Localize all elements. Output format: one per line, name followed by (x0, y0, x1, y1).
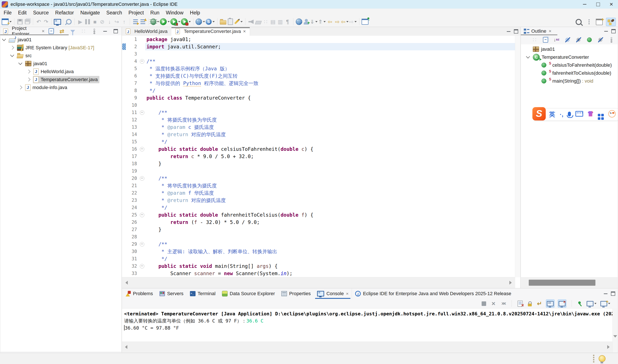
annotation-ruler[interactable] (122, 241, 126, 248)
fold-column[interactable]: − (139, 147, 145, 151)
minimize-icon[interactable] (101, 27, 109, 36)
code-line-33[interactable]: 33 Scanner scanner = new Scanner(System.… (122, 270, 515, 277)
code-line-30[interactable]: 30 * 主逻辑: 读取输入、解析、判断单位、转换并输出 (122, 248, 515, 255)
close-icon[interactable]: × (346, 291, 348, 296)
notification-bulb-icon[interactable] (599, 355, 605, 362)
back-icon[interactable]: ⇦ (341, 17, 349, 26)
chevron-down-icon[interactable] (18, 61, 22, 65)
annotation-ruler[interactable] (122, 204, 126, 211)
line-number[interactable]: 33 (126, 271, 139, 276)
dropdown-caret-icon[interactable] (157, 21, 159, 22)
annotation-ruler[interactable] (122, 153, 126, 160)
line-number[interactable]: 17 (126, 154, 139, 159)
code-line-3[interactable]: 3 (122, 50, 515, 58)
menu-navigate[interactable]: Navigate (77, 10, 103, 16)
scroll-right-arrow-icon[interactable] (607, 345, 610, 349)
faded-dots-icon[interactable] (80, 27, 87, 36)
external-run-icon[interactable] (303, 17, 310, 26)
pin-console-icon[interactable] (577, 300, 583, 307)
show-stdout-icon[interactable] (546, 299, 554, 308)
close-icon[interactable]: × (243, 29, 246, 34)
code-line-26[interactable]: 26 return (f - 32.0) * 5.0 / 9.0; (122, 219, 515, 226)
tree-item-src[interactable]: src (0, 52, 121, 60)
step-return-icon[interactable]: ↑ (120, 17, 128, 26)
line-number[interactable]: 11 (126, 110, 139, 115)
code-line-8[interactable]: 8 */ (122, 87, 515, 94)
launch-history-icon[interactable] (132, 17, 139, 26)
browser-icon[interactable] (295, 17, 303, 26)
annotation-ruler[interactable] (122, 255, 126, 262)
line-number[interactable]: 3 (126, 52, 139, 57)
line-number[interactable]: 10 (126, 103, 139, 108)
display-console-icon[interactable] (587, 300, 597, 307)
clipboard-icon[interactable] (227, 17, 234, 26)
annotation-ruler[interactable] (122, 87, 126, 94)
line-number[interactable]: 5 (126, 66, 139, 71)
line-number[interactable]: 4 (126, 59, 139, 64)
editor-tab-temperatureconverter.java[interactable]: TemperatureConverter.java× (171, 27, 250, 36)
editor-tab-helloworld.java[interactable]: HelloWorld.java (122, 27, 171, 36)
annotation-ruler[interactable] (122, 189, 126, 197)
tree-item-java01[interactable]: java01 (0, 60, 121, 67)
terminate-icon[interactable] (481, 300, 487, 307)
line-number[interactable]: 7 (126, 81, 139, 86)
tree-item-java01[interactable]: java01 (521, 45, 618, 53)
bottom-tab-info[interactable]: Eclipse IDE for Enterprise Java and Web … (352, 288, 514, 299)
kebab-menu-icon[interactable] (90, 27, 98, 36)
hide-fields-icon[interactable] (564, 36, 571, 44)
line-number[interactable]: 28 (126, 234, 139, 239)
ime-mic-button[interactable] (568, 111, 571, 118)
close-icon[interactable]: × (549, 28, 552, 34)
tree-item-main-string-[interactable]: Smain(String[]) : void (521, 77, 618, 85)
save-icon[interactable] (16, 17, 24, 26)
ime-mascot-button[interactable] (608, 110, 616, 119)
scroll-left-arrow-icon[interactable] (125, 345, 127, 349)
maximize-icon[interactable] (611, 291, 615, 296)
line-number[interactable]: 23 (126, 198, 139, 203)
java-ee-perspective-icon[interactable] (606, 18, 616, 26)
line-number[interactable]: 18 (126, 161, 139, 166)
dropdown-caret-icon[interactable] (213, 21, 215, 22)
annotation-ruler[interactable] (122, 262, 126, 270)
annotation-ruler[interactable] (122, 145, 126, 153)
convert-page-icon[interactable]: ▤ (269, 17, 277, 26)
filter-icon[interactable] (69, 27, 76, 36)
dropdown-caret-icon[interactable] (167, 21, 170, 22)
annotation-ruler[interactable] (122, 65, 126, 72)
code-line-18[interactable]: 18 } (122, 160, 515, 167)
dropdown-caret-icon[interactable] (323, 21, 326, 22)
announce-icon[interactable] (247, 17, 255, 26)
annotation-ruler[interactable] (122, 167, 126, 175)
code-line-1[interactable]: 1package java01; (122, 36, 515, 43)
line-number[interactable]: 24 (126, 205, 139, 210)
step-into-icon[interactable]: ↓ (106, 17, 113, 26)
new-wizard-icon[interactable] (2, 17, 12, 26)
menu-file[interactable]: File (0, 10, 15, 16)
chevron-down-icon[interactable] (2, 37, 6, 41)
ime-logo[interactable]: S (532, 107, 546, 120)
code-line-5[interactable]: 5 * 温度转换器示例程序（Java 版） (122, 65, 515, 72)
menu-refactor[interactable]: Refactor (52, 10, 77, 16)
forward-icon[interactable]: ⇨ (349, 17, 357, 26)
remove-launch-icon[interactable] (490, 300, 497, 307)
coverage-icon[interactable] (170, 17, 181, 26)
editor-vertical-scrollbar[interactable] (515, 36, 520, 277)
annotation-ruler[interactable] (122, 226, 126, 233)
save-all-icon[interactable] (24, 17, 31, 26)
word-wrap-icon[interactable] (536, 300, 543, 307)
tab-project-explorer[interactable]: Project Explorer × (0, 27, 48, 35)
annotation-ruler[interactable] (122, 36, 126, 43)
menu-window[interactable]: Window (163, 10, 187, 16)
debug-icon[interactable] (151, 17, 160, 26)
line-number[interactable]: 26 (126, 220, 139, 225)
hide-static-members-icon[interactable] (575, 36, 582, 44)
hide-local-types-icon[interactable] (597, 36, 604, 44)
ime-toolbox-button[interactable] (598, 111, 604, 118)
line-number[interactable]: 13 (126, 125, 139, 130)
scroll-left-arrow-icon[interactable] (125, 281, 128, 285)
code-line-17[interactable]: 17 return c * 9.0 / 5.0 + 32.0; (122, 153, 515, 160)
ime-keyboard-button[interactable] (575, 111, 583, 118)
minimize-button[interactable] (578, 0, 591, 9)
code-line-12[interactable]: 12 * 将摄氏度转换为华氏度 (122, 116, 515, 123)
annotation-ruler[interactable] (122, 131, 126, 138)
